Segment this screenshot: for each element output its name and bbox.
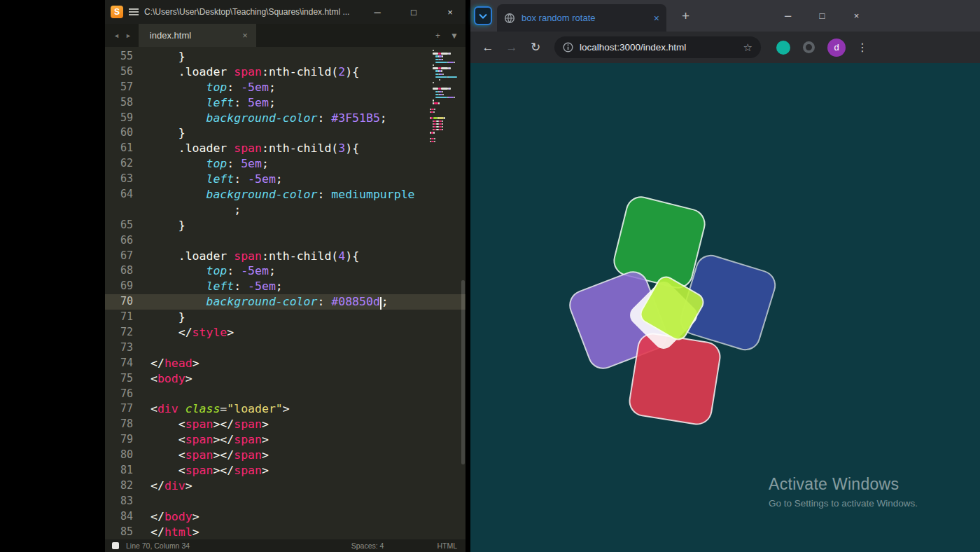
line-number: 61 [105,141,147,156]
status-cursor-position: Line 70, Column 34 [126,541,190,550]
browser-maximize-button[interactable]: □ [805,0,839,32]
line-number: 83 [105,494,147,509]
code-line[interactable]: 73 [105,340,465,356]
watermark-subtitle: Go to Settings to activate Windows. [769,498,918,509]
bookmark-star-icon[interactable]: ☆ [743,41,752,54]
line-number: 60 [105,125,147,141]
code-line[interactable]: 58 left: 5em; [105,95,465,111]
code-line[interactable]: 63 left: -5em; [105,172,465,187]
minimap[interactable] [430,50,461,144]
editor-scrollbar[interactable] [461,280,465,464]
editor-titlebar: S C:\Users\User\Desktop\Teaching\Squares… [105,0,465,24]
code-line[interactable]: 83 [105,494,465,509]
menu-icon[interactable] [129,8,139,15]
line-number: 71 [105,310,147,325]
code-line[interactable]: 78 <span></span> [105,417,465,432]
code-line[interactable]: 64 background-color: mediumpurple [105,187,465,202]
code-area[interactable]: 55 }56 .loader span:nth-child(2){57 top:… [105,49,465,539]
line-number: 69 [105,279,147,294]
new-tab-icon[interactable]: + [435,31,440,41]
code-line[interactable]: ; [105,202,465,218]
browser-tab[interactable]: box random rotate × [497,4,666,32]
info-icon[interactable] [563,42,573,53]
line-number: 80 [105,448,147,463]
browser-menu-icon[interactable]: ⋮ [857,41,868,54]
sublime-logo-icon: S [111,6,123,18]
editor-window-title: C:\Users\User\Desktop\Teaching\Squares\i… [144,7,356,17]
profile-avatar[interactable]: d [827,39,846,57]
line-number: 63 [105,172,147,187]
line-number: 72 [105,325,147,340]
back-button[interactable]: ← [477,37,498,58]
browser-toolbar: ← → ↻ localhost:3000/index.html ☆ d ⋮ [470,32,980,63]
code-line[interactable]: 82</div> [105,478,465,494]
forward-button[interactable]: → [501,37,522,58]
code-line[interactable]: 69 left: -5em; [105,279,465,294]
line-number: 77 [105,401,147,417]
watermark-title: Activate Windows [769,475,918,494]
line-number: 76 [105,387,147,402]
tab-index-html[interactable]: index.html × [139,24,256,47]
code-line[interactable]: 57 top: -5em; [105,80,465,95]
code-line[interactable]: 76 [105,387,465,402]
code-line[interactable]: 75<body> [105,371,465,387]
url-text[interactable]: localhost:3000/index.html [580,42,737,53]
code-line[interactable]: 67 .loader span:nth-child(4){ [105,249,465,264]
browser-close-button[interactable]: × [839,0,874,32]
code-line[interactable]: 62 top: 5em; [105,156,465,172]
editor-maximize-button[interactable]: □ [398,0,429,24]
code-line[interactable]: 74</head> [105,356,465,371]
editor-minimize-button[interactable]: ─ [362,0,393,24]
code-line[interactable]: 81 <span></span> [105,463,465,478]
tab-search-button[interactable] [474,6,492,25]
browser-tabstrip: box random rotate × + ─ □ × [470,0,980,32]
status-indent[interactable]: Spaces: 4 [351,541,384,550]
tab-close-icon[interactable]: × [242,30,248,41]
code-line[interactable]: 59 background-color: #3F51B5; [105,111,465,126]
code-line[interactable]: 61 .loader span:nth-child(3){ [105,141,465,156]
code-line[interactable]: 56 .loader span:nth-child(2){ [105,64,465,80]
editor-body: 55 }56 .loader span:nth-child(2){57 top:… [105,47,465,539]
line-number: 70 [105,294,147,310]
browser-window: box random rotate × + ─ □ × ← → ↻ localh… [470,0,980,552]
extension-ring-icon[interactable] [803,41,815,53]
code-line[interactable]: 70 background-color: #08850d; [105,294,465,310]
line-number: 78 [105,417,147,432]
code-line[interactable]: 71 } [105,310,465,325]
code-line[interactable]: 65 } [105,218,465,233]
code-line[interactable]: 66 [105,233,465,249]
line-number: 84 [105,509,147,525]
browser-tab-close-icon[interactable]: × [654,13,659,24]
code-line[interactable]: 68 top: -5em; [105,263,465,279]
code-line[interactable]: 60 } [105,125,465,141]
extension-teal-icon[interactable] [776,41,790,55]
code-line[interactable]: 55 } [105,49,465,64]
tab-forward-icon[interactable]: ► [122,32,134,39]
line-number: 82 [105,478,147,494]
line-number: 62 [105,156,147,172]
tab-overflow-icon[interactable]: ▼ [450,31,458,41]
line-number: 79 [105,432,147,448]
browser-minimize-button[interactable]: ─ [771,0,805,32]
status-syntax[interactable]: HTML [437,541,457,550]
loader-square-red [626,331,722,427]
code-line[interactable]: 80 <span></span> [105,448,465,463]
reload-button[interactable]: ↻ [525,37,546,58]
code-line[interactable]: 72 </style> [105,325,465,340]
browser-new-tab-button[interactable]: + [676,6,695,25]
code-line[interactable]: 79 <span></span> [105,432,465,448]
code-line[interactable]: 77<div class="loader"> [105,401,465,417]
code-line[interactable]: 85</html> [105,525,465,539]
line-number: 59 [105,111,147,126]
address-bar[interactable]: localhost:3000/index.html ☆ [554,36,761,58]
line-number: 68 [105,263,147,279]
tab-back-icon[interactable]: ◄ [111,32,122,39]
line-number: 64 [105,187,147,202]
status-indicator-icon[interactable] [112,542,119,549]
line-number: 65 [105,218,147,233]
line-number: 75 [105,371,147,387]
code-line[interactable]: 84</body> [105,509,465,525]
line-number: 73 [105,340,147,356]
line-number: 81 [105,463,147,478]
editor-close-button[interactable]: × [435,0,465,24]
